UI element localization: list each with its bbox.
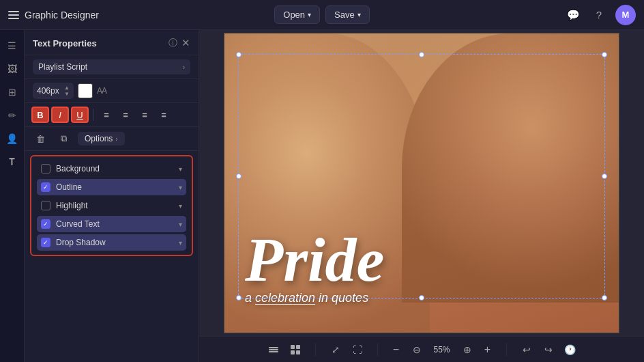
panel-header-icons: ⓘ ✕ (169, 37, 190, 49)
toolbar-sep-1 (315, 343, 316, 357)
toolbar-group-left (265, 341, 304, 359)
info-icon[interactable]: ⓘ (169, 37, 177, 49)
toolbar-group-history: ↩ ↪ 🕐 (518, 341, 579, 359)
options-row: 🗑 ⧉ Options › (25, 127, 199, 151)
chat-icon[interactable]: 💬 (564, 5, 583, 25)
text-case-icon[interactable]: AA (97, 86, 106, 96)
svg-rect-6 (296, 350, 300, 354)
svg-rect-2 (269, 347, 278, 348)
skin-overlay (224, 33, 619, 333)
copy-button[interactable]: ⧉ (55, 130, 72, 147)
align-left-button[interactable]: ≡ (98, 107, 115, 123)
zoom-out-button[interactable]: − (389, 342, 404, 357)
shadow-chevron-icon: ▾ (179, 239, 182, 247)
svg-rect-1 (269, 349, 278, 350)
curved-label: Curved Text (56, 219, 179, 229)
align-center-button[interactable]: ≡ (117, 107, 134, 123)
rail-menu-icon[interactable]: ☰ (2, 36, 23, 56)
align-justify-button[interactable]: ≡ (155, 107, 173, 123)
open-button[interactable]: Open ▾ (274, 5, 320, 24)
zoom-in-button[interactable]: + (480, 342, 495, 357)
italic-button[interactable]: I (51, 107, 69, 123)
save-button[interactable]: Save ▾ (325, 5, 370, 24)
open-chevron-icon: ▾ (308, 11, 311, 18)
svg-rect-3 (291, 345, 295, 349)
avatar[interactable]: M (615, 5, 636, 25)
canvas-background: Pride a celebration in quotes (224, 33, 619, 333)
background-chevron-icon: ▾ (179, 165, 182, 173)
underline-button[interactable]: U (71, 107, 89, 123)
highlight-chevron-icon: ▾ (179, 202, 182, 210)
background-label: Background (56, 164, 179, 173)
curved-chevron-icon: ▾ (179, 221, 182, 228)
font-selector[interactable]: Playlist Script › (33, 59, 190, 74)
outline-chevron-icon: ▾ (179, 184, 182, 191)
zoom-level: 55% (430, 345, 454, 354)
rail-person-icon[interactable]: 👤 (2, 128, 23, 149)
topbar-left: Graphic Designer (8, 10, 274, 20)
svg-rect-4 (296, 345, 300, 349)
effect-row-shadow[interactable]: Drop Shadow ▾ (37, 234, 186, 251)
panel-title: Text Properties (33, 38, 97, 48)
font-color-swatch[interactable] (78, 83, 93, 98)
redo-button[interactable]: ↪ (540, 341, 557, 359)
effect-row-outline[interactable]: Outline ▾ (37, 179, 186, 195)
side-panel: Text Properties ⓘ ✕ Playlist Script › ▲▼… (25, 30, 199, 362)
align-group: ≡ ≡ ≡ ≡ (98, 107, 173, 123)
panel-header: Text Properties ⓘ ✕ (25, 30, 199, 55)
effects-section: Background ▾ Outline ▾ Highlight ▾ Curve… (30, 155, 193, 256)
font-size-input[interactable] (37, 86, 63, 96)
toolbar-sep-2 (377, 343, 378, 357)
options-button[interactable]: Options › (78, 132, 125, 145)
shadow-label: Drop Shadow (56, 238, 179, 247)
topbar: Graphic Designer Open ▾ Save ▾ 💬 ? M (0, 0, 644, 30)
grid-icon[interactable] (287, 341, 304, 359)
delete-button[interactable]: 🗑 (31, 130, 49, 147)
help-icon[interactable]: ? (589, 5, 609, 25)
background-checkbox[interactable] (41, 164, 50, 173)
photo-simulation (224, 33, 619, 333)
canvas-content[interactable]: Pride a celebration in quotes (199, 30, 644, 336)
size-arrows[interactable]: ▲▼ (64, 85, 70, 97)
outline-checkbox[interactable] (41, 182, 50, 192)
font-chevron-icon: › (183, 64, 185, 71)
size-row: ▲▼ AA (25, 79, 199, 103)
svg-rect-5 (291, 350, 295, 354)
effect-row-highlight[interactable]: Highlight ▾ (37, 197, 186, 214)
rail-brush-icon[interactable]: ✏ (2, 105, 23, 126)
options-chevron-icon: › (115, 135, 117, 143)
zoom-minus-circle-icon[interactable]: ⊖ (408, 341, 426, 359)
outline-label: Outline (56, 182, 179, 192)
zoom-plus-circle-icon[interactable]: ⊕ (458, 341, 476, 359)
canvas-area: Pride a celebration in quotes (199, 30, 644, 362)
svg-rect-0 (269, 351, 278, 352)
bold-button[interactable]: B (31, 107, 49, 123)
rail-layers-icon[interactable]: ⊞ (2, 82, 23, 102)
save-chevron-icon: ▾ (357, 11, 361, 18)
highlight-label: Highlight (56, 201, 179, 210)
expand-icon[interactable]: ⤢ (327, 341, 345, 359)
rail-image-icon[interactable]: 🖼 (2, 59, 23, 79)
hamburger-icon[interactable] (8, 11, 19, 19)
topbar-right: 💬 ? M (370, 5, 636, 25)
rail-text-icon[interactable]: T (2, 152, 23, 172)
font-name-label: Playlist Script (38, 62, 87, 72)
layers-icon[interactable] (265, 341, 282, 359)
bottom-toolbar: ⤢ ⛶ − ⊖ 55% ⊕ + ↩ ↪ 🕐 (199, 336, 644, 362)
highlight-checkbox[interactable] (41, 201, 50, 210)
align-right-button[interactable]: ≡ (136, 107, 153, 123)
format-row: B I U ≡ ≡ ≡ ≡ (25, 103, 199, 127)
history-icon[interactable]: 🕐 (561, 341, 579, 359)
shadow-checkbox[interactable] (41, 238, 50, 247)
fullscreen-icon[interactable]: ⛶ (349, 341, 366, 359)
toolbar-group-zoom: ⤢ ⛶ (327, 341, 366, 359)
font-row: Playlist Script › (25, 55, 199, 79)
main-layout: ☰ 🖼 ⊞ ✏ 👤 T Text Properties ⓘ ✕ Playlist… (0, 30, 644, 362)
curved-checkbox[interactable] (41, 219, 50, 229)
effect-row-background[interactable]: Background ▾ (37, 161, 186, 177)
undo-button[interactable]: ↩ (518, 341, 536, 359)
topbar-center: Open ▾ Save ▾ (274, 5, 369, 24)
close-icon[interactable]: ✕ (181, 37, 190, 49)
effect-row-curved[interactable]: Curved Text ▾ (37, 216, 186, 232)
size-input-wrap: ▲▼ (33, 83, 74, 99)
